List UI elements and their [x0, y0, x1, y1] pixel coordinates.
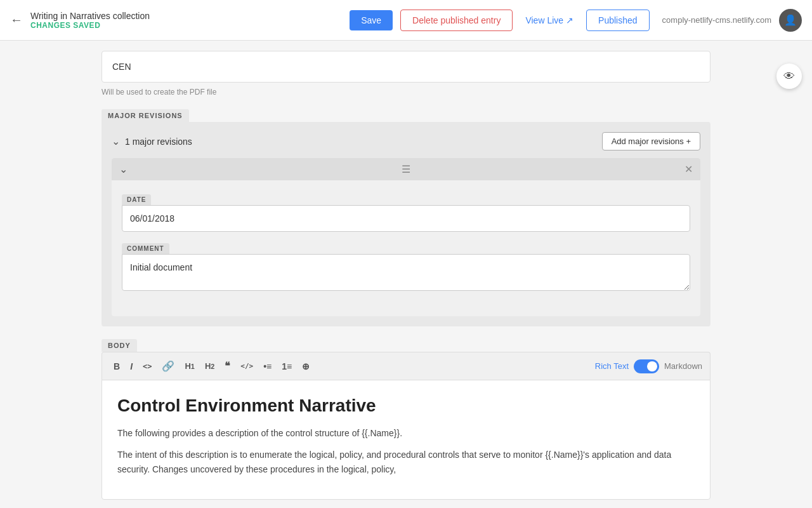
avatar[interactable]: 👤 — [779, 9, 802, 32]
body-section: BODY B I <> 🔗 H1 H2 ❝ </> •≡ 1≡ ⊕ Rich T… — [102, 339, 710, 500]
body-label: BODY — [102, 339, 137, 352]
avatar-icon: 👤 — [784, 14, 797, 26]
richtext-toggle[interactable] — [634, 359, 659, 373]
date-input[interactable] — [122, 205, 690, 232]
save-button[interactable]: Save — [350, 10, 393, 30]
body-title: Control Environment Narrative — [117, 396, 695, 416]
header-title-area: Writing in Narratives collection CHANGES… — [30, 11, 350, 30]
date-label: DATE — [122, 194, 151, 205]
revision-expand-icon[interactable]: ⌄ — [119, 163, 128, 175]
eye-icon: 👁 — [783, 70, 795, 83]
site-url: comply-netlify-cms.netlify.com — [662, 15, 771, 25]
preview-toggle-button[interactable]: 👁 — [776, 64, 802, 89]
code-block-button[interactable]: </> — [237, 359, 257, 373]
chevron-down-icon: ⌄ — [112, 135, 120, 147]
revision-item-body: DATE COMMENT — [112, 180, 700, 316]
link-button[interactable]: 🔗 — [158, 358, 178, 375]
plus-button[interactable]: ⊕ — [298, 359, 313, 374]
revision-item-header: ⌄ ☰ ✕ — [112, 158, 700, 180]
h2-button[interactable]: H2 — [201, 359, 218, 373]
body-paragraph-2: The intent of this description is to enu… — [117, 448, 695, 476]
body-paragraph-1: The following provides a description of … — [117, 426, 695, 440]
italic-button[interactable]: I — [126, 359, 136, 374]
revisions-header-row: ⌄ 1 major revisions Add major revisions … — [112, 132, 700, 150]
major-revisions-section: MAJOR REVISIONS ⌄ 1 major revisions Add … — [102, 109, 710, 326]
revisions-collapse-toggle[interactable]: ⌄ 1 major revisions — [112, 135, 192, 147]
quote-button[interactable]: ❝ — [221, 358, 234, 375]
back-button[interactable]: ← — [10, 13, 23, 27]
view-live-button[interactable]: View Live ↗ — [520, 10, 579, 30]
header: ← Writing in Narratives collection CHANG… — [0, 0, 812, 41]
h1-button[interactable]: H1 — [181, 359, 198, 373]
header-title: Writing in Narratives collection — [30, 11, 350, 21]
main-content: CEN Will be used to create the PDF file … — [0, 41, 812, 508]
markdown-label: Markdown — [664, 361, 702, 371]
close-revision-button[interactable]: ✕ — [684, 163, 693, 175]
published-button[interactable]: Published — [586, 10, 650, 31]
cen-field-hint: Will be used to create the PDF file — [102, 88, 710, 97]
richtext-label: Rich Text — [595, 361, 629, 371]
header-subtitle: CHANGES SAVED — [30, 21, 350, 30]
bullet-list-button[interactable]: •≡ — [259, 359, 275, 374]
external-link-icon: ↗ — [566, 15, 573, 25]
date-field: DATE — [122, 193, 690, 242]
numbered-list-button[interactable]: 1≡ — [278, 359, 296, 374]
content-wrapper: CEN Will be used to create the PDF file … — [102, 41, 710, 500]
bold-button[interactable]: B — [110, 359, 124, 374]
code-inline-button[interactable]: <> — [139, 359, 155, 373]
delete-published-button[interactable]: Delete published entry — [400, 10, 513, 31]
cen-field-value[interactable]: CEN — [102, 51, 710, 83]
comment-label: COMMENT — [122, 243, 169, 254]
revisions-count-label: 1 major revisions — [125, 137, 192, 147]
header-actions: Save Delete published entry View Live ↗ … — [350, 9, 802, 32]
body-content-area[interactable]: Control Environment Narrative The follow… — [102, 380, 710, 500]
body-toolbar: B I <> 🔗 H1 H2 ❝ </> •≡ 1≡ ⊕ Rich Text M… — [102, 352, 710, 380]
major-revisions-label: MAJOR REVISIONS — [102, 109, 189, 122]
comment-field: COMMENT — [122, 242, 690, 304]
revision-item: ⌄ ☰ ✕ DATE COMMENT — [112, 158, 700, 316]
comment-input[interactable] — [122, 254, 690, 291]
richtext-markdown-toggle-row: Rich Text Markdown — [595, 359, 702, 373]
major-revisions-box: ⌄ 1 major revisions Add major revisions … — [102, 122, 710, 326]
add-major-revisions-button[interactable]: Add major revisions + — [602, 132, 700, 150]
drag-handle-icon[interactable]: ☰ — [402, 163, 410, 175]
revision-item-controls: ⌄ — [119, 163, 128, 175]
